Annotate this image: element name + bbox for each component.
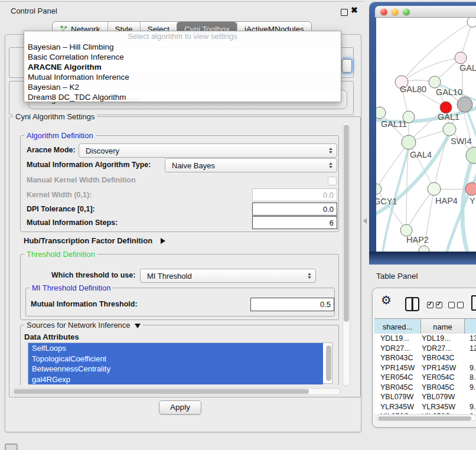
table-cell: YBL079W [422,392,455,402]
network-node-label: GAL4 [410,150,432,159]
new-table-icon[interactable] [471,295,476,311]
table-row[interactable]: YER054CYER054C8. [374,373,476,383]
algorithm-option[interactable]: ARACNE Algorithm [24,62,341,72]
table-row[interactable]: YDL19...YDL19...13 [374,334,476,344]
table-panel: ⚙ shared... name YDL19...YDL19...13YDR27… [372,288,476,428]
mi-algorithm-type-select[interactable]: Naive Bayes [165,158,337,172]
data-attribute-item[interactable]: gal4RGexp [28,374,323,385]
network-node[interactable] [467,18,476,27]
kernel-width-label: Kernel Width (0,1): [27,191,92,199]
minimize-window-icon[interactable] [392,8,399,15]
control-panel-title: Control Panel [11,6,57,15]
list-scrollbar-thumb[interactable] [326,345,331,381]
table-hscrollbar-thumb[interactable] [378,416,471,420]
float-panel-icon[interactable] [341,9,348,16]
spinner-arrows-icon [308,273,311,279]
network-node-y[interactable] [465,182,476,195]
algorithm-option[interactable]: Mutual Information Inference [24,72,341,82]
gear-icon[interactable]: ⚙ [381,293,392,307]
data-attributes-list[interactable]: SelfLoopsTopologicalCoefficientBetweenne… [28,343,332,384]
network-node-gcy1[interactable] [376,184,382,194]
apply-button[interactable]: Apply [159,400,201,415]
network-node-gal[interactable] [455,52,467,64]
mi-steps-label: Mutual Information Steps: [27,219,118,227]
table-row[interactable]: YBL079WYBL079W [374,392,476,402]
deselect-all-columns-icon[interactable] [448,302,464,308]
close-window-icon[interactable] [380,8,387,15]
network-node-swi4[interactable] [443,123,456,136]
table-cell: YBL079W [380,392,413,402]
aracne-mode-value: Discovery [86,146,119,155]
network-node[interactable] [403,111,415,123]
settings-hscrollbar-thumb[interactable] [14,389,309,394]
which-threshold-select[interactable]: MI Threshold [140,269,316,283]
column-header-shared-name[interactable]: shared... [374,319,421,334]
table-cell: 9. [470,383,475,393]
algorithm-option[interactable]: Bayesian – Hill Climbing [24,42,341,52]
network-view[interactable]: GALGAL80GAL10GAL1SWI4GAL11GAL4GCY1HAP4YH… [376,18,476,252]
kernel-width-input[interactable] [252,188,337,201]
data-attribute-item[interactable]: TopologicalCoefficient [28,354,323,364]
table-cell: 8. [470,373,475,383]
table-cell: YBR045C [380,383,413,393]
table-row[interactable]: YBR043CYBR043C [374,353,476,363]
zoom-window-icon[interactable] [403,8,410,15]
close-icon[interactable]: ✖ [351,5,358,15]
network-node-hap2[interactable] [400,224,412,236]
table-cell: 9. [470,402,475,412]
network-node-label: GCY1 [376,197,397,206]
manual-kernel-width-checkbox[interactable] [328,177,337,185]
table-cell: YDL19... [422,334,451,344]
table-row[interactable]: YDR27...YDR27...12 [374,344,476,354]
hub-definition-expander[interactable]: Hub/Transcription Factor Definition [24,235,165,246]
divider [0,1,364,2]
table-cell: YDR27... [380,344,410,354]
mi-threshold-input[interactable] [250,298,334,311]
network-node-gal4[interactable] [402,135,416,149]
mi-threshold-definition-title: MI Threshold Definition [30,283,113,292]
network-node-label: GAL10 [436,87,462,97]
network-node[interactable] [457,97,472,112]
minimized-panel-icon[interactable] [5,444,18,450]
mi-algorithm-type-value: Naive Bayes [172,161,215,170]
table-row[interactable]: YIL052CYIL052C0. [374,412,476,414]
algorithm-option[interactable]: Basic Correlation Inference [24,52,341,62]
algorithm-option[interactable]: Dream8 DC_TDC Algorithm [24,92,341,102]
network-node[interactable] [466,147,476,164]
table-hscrollbar[interactable] [376,415,476,421]
algorithm-option[interactable]: Bayesian – K2 [24,82,341,92]
dpi-tolerance-input[interactable] [252,203,337,216]
table-row[interactable]: YLR345WYLR345W9. [374,402,476,412]
refresh-button[interactable] [342,59,352,73]
columns-icon[interactable] [405,297,419,311]
network-node-gal1[interactable] [440,102,452,113]
table-cell: YLR345W [422,402,455,412]
settings-vscrollbar[interactable] [343,122,350,386]
table-cell: 12 [470,344,476,354]
mi-steps-input[interactable] [252,216,337,229]
table-cell: YIL052C [422,412,451,414]
algorithm-definition-title: Algorithm Definition [24,131,96,140]
settings-hscrollbar[interactable] [12,388,341,395]
expand-right-icon [161,238,165,244]
data-attribute-item[interactable]: SelfLoops [28,343,323,354]
settings-vscrollbar-thumb[interactable] [344,125,349,322]
hub-definition-label: Hub/Transcription Factor Definition [24,236,152,245]
select-all-columns-icon[interactable] [427,302,442,308]
table-row[interactable]: YPR145WYPR145W9. [374,363,476,373]
threshold-definition-group: Threshold Definition Which threshold to … [20,254,339,320]
table-row[interactable]: YBR045CYBR045C9. [374,383,476,393]
table-cell: YBR043C [422,353,455,363]
splitter-handle-icon[interactable] [363,218,367,224]
network-edge[interactable] [406,189,434,230]
network-node-hap4[interactable] [428,182,441,195]
network-node-gal11[interactable] [376,107,386,119]
network-edge[interactable] [434,129,449,189]
network-window-titlebar[interactable] [375,6,476,18]
mi-threshold-label: Mutual Information Threshold: [31,300,138,308]
column-header-partial[interactable] [465,319,476,334]
network-node-gal10[interactable] [429,76,441,88]
data-attribute-item[interactable]: BetweennessCentrality [28,364,323,374]
aracne-mode-select[interactable]: Discovery [79,144,337,158]
column-header-name[interactable]: name [421,319,465,334]
